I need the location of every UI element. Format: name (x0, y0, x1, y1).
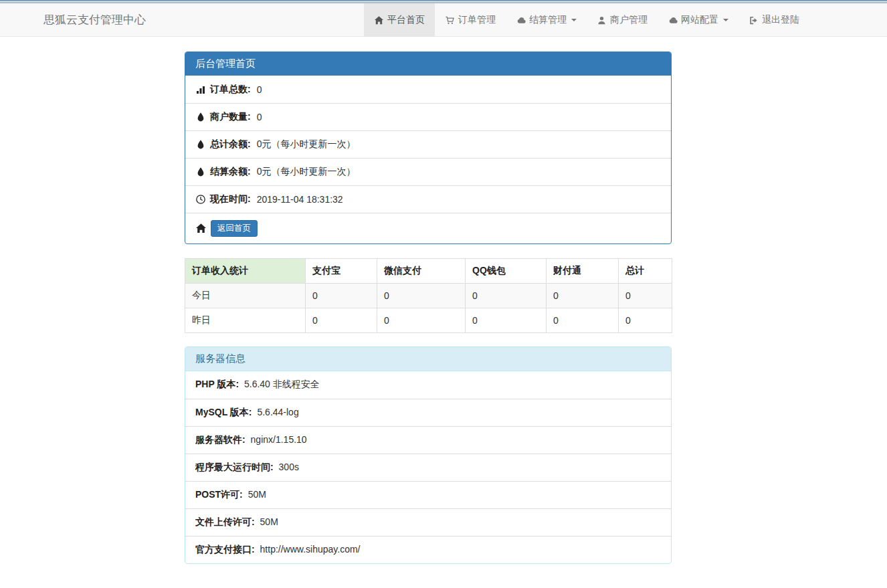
server-row-max-execution-time: 程序最大运行时间: 300s (185, 454, 671, 481)
nav-item-site-config[interactable]: 网站配置 (658, 3, 738, 37)
clock-icon (195, 194, 206, 205)
stat-label: 现在时间: (210, 193, 251, 205)
top-navbar: 思狐云支付管理中心 平台首页 订单管理 结算管理 商户管理 网站配置 退出登陆 (0, 3, 887, 37)
navbar-menu: 平台首页 订单管理 结算管理 商户管理 网站配置 退出登陆 (364, 3, 809, 37)
tint-icon (195, 139, 206, 150)
stat-value: 0 (257, 112, 262, 122)
row-label: 今日 (185, 284, 306, 308)
tint-icon (195, 167, 206, 177)
cell-value: 0 (466, 308, 547, 333)
cell-value: 0 (306, 308, 377, 333)
row-label: 昨日 (185, 308, 306, 333)
stat-row-order-total: 订单总数: 0 (185, 76, 671, 103)
stat-label: 订单总数: (210, 84, 251, 96)
info-label: MySQL 版本: (195, 407, 252, 417)
return-home-button[interactable]: 返回首页 (211, 220, 258, 237)
cell-value: 0 (466, 284, 547, 308)
info-label: 服务器软件: (195, 434, 245, 445)
cell-value: 0 (547, 284, 619, 308)
stat-row-settlement-balance: 结算余额: 0元（每小时更新一次） (185, 158, 671, 185)
stat-row-current-time: 现在时间: 2019-11-04 18:31:32 (185, 185, 671, 213)
stat-row-merchant-count: 商户数量: 0 (185, 103, 671, 130)
info-value: 300s (279, 462, 299, 472)
server-row-upload-limit: 文件上传许可: 50M (185, 508, 671, 536)
stat-value: 2019-11-04 18:31:32 (257, 194, 343, 205)
table-header-tenpay: 财付通 (547, 259, 619, 284)
user-icon (597, 15, 607, 25)
nav-item-settlement-management[interactable]: 结算管理 (506, 3, 587, 37)
dashboard-panel-title: 后台管理首页 (185, 52, 671, 76)
stat-row-total-balance: 总计余额: 0元（每小时更新一次） (185, 130, 671, 158)
home-icon (374, 15, 384, 25)
bar-chart-icon (195, 84, 206, 95)
table-row-yesterday: 昨日 0 0 0 0 0 (185, 308, 672, 333)
info-label: POST许可: (195, 489, 243, 500)
nav-item-label: 网站配置 (681, 14, 718, 26)
server-row-mysql-version: MySQL 版本: 5.6.44-log (185, 399, 671, 426)
table-header-wechat-pay: 微信支付 (377, 259, 466, 284)
cell-value: 0 (547, 308, 619, 333)
server-info-panel: 服务器信息 PHP 版本: 5.6.40 非线程安全 MySQL 版本: 5.6… (185, 347, 672, 564)
table-header-alipay: 支付宝 (306, 259, 377, 284)
nav-item-label: 退出登陆 (762, 14, 799, 26)
info-value: 50M (248, 489, 266, 500)
nav-item-logout[interactable]: 退出登陆 (738, 3, 809, 37)
info-value: 5.6.40 非线程安全 (244, 379, 320, 389)
main-content: 后台管理首页 订单总数: 0 商户数量: 0 总计余额: 0元（每小时更新一次）… (185, 37, 672, 588)
nav-item-label: 平台首页 (387, 14, 425, 26)
server-row-post-limit: POST许可: 50M (185, 481, 671, 508)
nav-item-label: 商户管理 (610, 14, 648, 26)
table-header-qq-wallet: QQ钱包 (466, 259, 547, 284)
chevron-down-icon (723, 19, 728, 21)
cell-value: 0 (306, 284, 377, 308)
server-info-panel-title: 服务器信息 (185, 347, 671, 371)
dashboard-panel: 后台管理首页 订单总数: 0 商户数量: 0 总计余额: 0元（每小时更新一次）… (185, 52, 672, 244)
nav-item-label: 订单管理 (458, 14, 496, 26)
info-value: 5.6.44-log (257, 407, 298, 417)
home-icon (195, 223, 207, 234)
table-row-today: 今日 0 0 0 0 0 (185, 284, 672, 308)
info-label: 文件上传许可: (195, 516, 255, 527)
server-row-server-software: 服务器软件: nginx/1.15.10 (185, 426, 671, 454)
stat-label: 商户数量: (210, 111, 251, 123)
cloud-icon (516, 15, 526, 25)
cell-value: 0 (619, 308, 672, 333)
server-row-official-pay-api: 官方支付接口: http://www.sihupay.com/ (185, 536, 671, 563)
chevron-down-icon (571, 19, 577, 21)
table-header-row: 订单收入统计 支付宝 微信支付 QQ钱包 财付通 总计 (185, 259, 672, 284)
cloud-icon (668, 15, 678, 25)
info-value: nginx/1.15.10 (251, 434, 307, 445)
info-label: 程序最大运行时间: (195, 462, 274, 472)
brand-title[interactable]: 思狐云支付管理中心 (43, 3, 146, 37)
nav-item-merchant-management[interactable]: 商户管理 (587, 3, 658, 37)
info-value: 50M (260, 516, 278, 527)
table-header-total: 总计 (619, 259, 672, 284)
stat-row-home-link: 返回首页 (185, 213, 671, 243)
info-label: PHP 版本: (195, 379, 239, 389)
info-value: http://www.sihupay.com/ (260, 544, 361, 555)
cell-value: 0 (377, 308, 466, 333)
stat-label: 结算余额: (210, 166, 251, 178)
nav-item-label: 结算管理 (529, 14, 567, 26)
cell-value: 0 (377, 284, 466, 308)
order-income-table: 订单收入统计 支付宝 微信支付 QQ钱包 财付通 总计 今日 0 0 0 0 0… (185, 258, 672, 333)
table-header-income-stats: 订单收入统计 (185, 259, 306, 284)
logout-icon (749, 15, 759, 25)
stat-label: 总计余额: (210, 138, 251, 151)
stat-value: 0 (257, 84, 262, 95)
nav-item-platform-home[interactable]: 平台首页 (364, 3, 435, 37)
stat-value: 0元（每小时更新一次） (257, 138, 356, 151)
cell-value: 0 (619, 284, 672, 308)
cart-icon (445, 15, 455, 25)
nav-item-order-management[interactable]: 订单管理 (435, 3, 506, 37)
tint-icon (195, 112, 206, 122)
stat-value: 0元（每小时更新一次） (257, 166, 356, 178)
info-label: 官方支付接口: (195, 544, 255, 555)
server-row-php-version: PHP 版本: 5.6.40 非线程安全 (185, 371, 671, 399)
